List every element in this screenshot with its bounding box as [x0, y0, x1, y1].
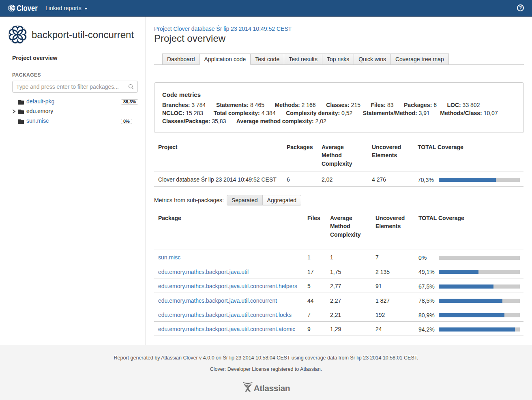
svg-text:Atlassian: Atlassian	[254, 383, 290, 393]
